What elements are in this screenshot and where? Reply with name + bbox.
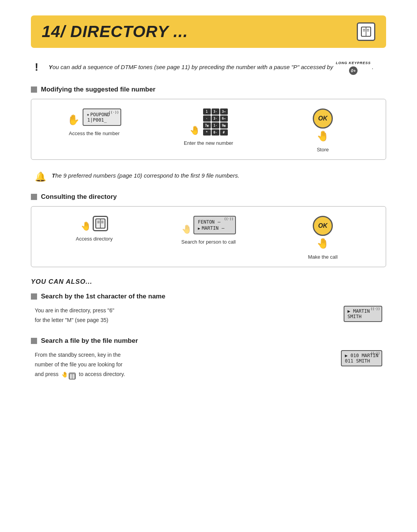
step-search-label: Search for person to call — [181, 239, 236, 245]
key-badge: 0+ — [349, 66, 358, 75]
keypress-label: LONG KEYPRESS — [336, 60, 371, 66]
section3-screen-row2: SMITH — [348, 314, 378, 319]
tri-icon: ▶ — [198, 226, 200, 230]
step2-illustration: 🤚 1 3· 3→ · 3· 6→ 7▣ — [190, 108, 228, 136]
section3-text-line2: for the letter "M" (see page 35) — [35, 317, 108, 323]
hand-icon-call: 🤚 — [317, 237, 329, 249]
ok-make-call-illustration: OK 🤚 — [313, 216, 333, 249]
key-4: · — [203, 115, 211, 122]
step3-label: Store — [317, 147, 329, 152]
step-search-person: 🤚 ((·)) FENTON — ▶ MARTIN — Search for p… — [178, 216, 239, 245]
fenton-name2: MARTIN — [202, 225, 219, 231]
section3-row2-text: SMITH — [348, 314, 361, 319]
step2-enter-number: 🤚 1 3· 3→ · 3· 6→ 7▣ — [178, 108, 239, 146]
press-key-inline: 🤚 — [61, 369, 76, 380]
key-9: 9▣ — [220, 122, 228, 129]
section2-box: 🤚 Access directory 🤚 — [31, 206, 386, 267]
section4-title-text: Search a file by the file number — [41, 337, 138, 345]
wifi-fenton: ((·)) — [224, 217, 233, 221]
section3-title: Search by the 1st character of the name — [31, 293, 386, 300]
fenton-screen: ((·)) FENTON — ▶ MARTIN — — [193, 216, 236, 234]
key-6: 6→ — [220, 115, 228, 122]
numkeys-row4: * 0· # — [203, 129, 228, 136]
step-access-dir: 🤚 Access directory — [63, 216, 125, 242]
hand-icon-search: 🤚 — [181, 224, 192, 234]
key-3: 3→ — [220, 108, 228, 115]
section4-text-line2: number of the file you are looking for — [35, 361, 122, 368]
bold-y: Y — [49, 64, 53, 70]
book-icon — [360, 26, 372, 37]
info-block: ! You can add a sequence of DTMF tones (… — [31, 60, 386, 75]
key-star: * — [203, 129, 211, 136]
book-icon-dir — [93, 216, 108, 231]
fenton-row2: ▶ MARTIN — — [198, 225, 231, 231]
ok-button-illustration: OK 🤚 — [313, 108, 333, 142]
section4-content: From the standby screen, key in the numb… — [31, 350, 386, 380]
step-access-dir-label: Access directory — [76, 236, 112, 242]
step-make-call: OK 🤚 Make the call — [292, 216, 354, 260]
section4-text-line3: and press — [35, 371, 58, 377]
section1-title-text: Modifying the suggested file number — [41, 86, 156, 93]
key-5: 3· — [212, 115, 219, 122]
section4-screen-row2: 011 SMITH — [345, 358, 378, 364]
section2-square-icon — [31, 194, 37, 200]
section3-row1-text: ▶ MARTIN — [348, 308, 370, 314]
section1-steps-row: 🤚 ((·)) ✦ POUPOND 1|P001_ Access the fil… — [39, 108, 378, 152]
book-icon-box — [357, 22, 375, 41]
section4-text-line4: to access directory. — [79, 371, 125, 377]
step3-store: OK 🤚 Store — [292, 108, 354, 152]
section4-title: Search a file by the file number — [31, 337, 386, 345]
wifi-icon: ((·)) — [108, 110, 119, 114]
note-text: The 9 preferred numbers (page 10) corres… — [52, 171, 239, 181]
section2-steps-row: 🤚 Access directory 🤚 — [39, 216, 378, 260]
step1-illustration: 🤚 ((·)) ✦ POUPOND 1|P001_ — [67, 108, 121, 126]
fenton-name1: FENTON — [198, 219, 215, 225]
you-can-also-heading: YOU CAN ALSO... — [31, 278, 386, 286]
search-person-illustration: 🤚 ((·)) FENTON — ▶ MARTIN — — [181, 216, 236, 234]
section3-square-icon — [31, 293, 37, 300]
screen-line2: 1|P001_ — [86, 117, 117, 123]
page-title: 14/ DIRECTORY ... — [42, 22, 188, 41]
key-7: 7▣ — [203, 122, 211, 129]
section3-text-line1: You are in the directory, press "6" — [35, 307, 114, 313]
section3-title-text: Search by the 1st character of the name — [41, 293, 165, 300]
section4-screen: ((·)) ▶ 010 MARTIN 011 SMITH — [341, 350, 382, 366]
wifi-section4: ((·)) — [371, 352, 380, 355]
section4-row2-text: 011 SMITH — [345, 358, 370, 364]
hand-icon-step1: 🤚 — [67, 114, 80, 126]
note-bold: T — [52, 172, 55, 179]
step-make-call-label: Make the call — [308, 254, 338, 260]
ok-circle-call: OK — [313, 216, 333, 236]
numkeys-row3: 7▣ 1· 9▣ — [203, 122, 228, 129]
note-icon: 🔔 — [35, 171, 46, 182]
section2-title-text: Consulting the directory — [41, 193, 117, 201]
wifi-section3: ((·)) — [371, 307, 380, 311]
note-block: 🔔 The 9 preferred numbers (page 10) corr… — [31, 171, 386, 182]
section3-screen: ((·)) ▶ MARTIN SMITH — [344, 306, 382, 322]
section4-text: From the standby screen, key in the numb… — [35, 350, 333, 380]
section3: Search by the 1st character of the name … — [31, 293, 386, 325]
step2-label: Enter the new number — [184, 140, 233, 146]
keypad-grid: 1 3· 3→ · 3· 6→ 7▣ 1· 9▣ — [203, 108, 228, 136]
numkeys-row2: · 3· 6→ — [203, 115, 228, 122]
section2-title: Consulting the directory — [31, 193, 386, 201]
info-text: You can add a sequence of DTMF tones (se… — [49, 60, 374, 75]
info-note-text: ou can add a sequence of DTMF tones (see… — [53, 64, 333, 70]
hand-icon-step3: 🤚 — [317, 130, 329, 142]
section1-title: Modifying the suggested file number — [31, 86, 386, 93]
exclaim-icon: ! — [35, 61, 43, 73]
ok-circle: OK — [313, 108, 333, 129]
page-header: 14/ DIRECTORY ... — [31, 15, 386, 48]
key-8: 1· — [212, 122, 219, 129]
key-2: 3· — [212, 108, 219, 115]
hand-icon-step2: 🤚 — [190, 125, 200, 136]
section4-square-icon — [31, 338, 37, 344]
book-svg-inline — [69, 373, 75, 380]
step2-keypad-wrap: 🤚 1 3· 3→ · 3· 6→ 7▣ — [190, 108, 228, 136]
page-title-text: DIRECTORY ... — [70, 22, 188, 41]
press-key-wrap: 🤚 — [61, 370, 76, 380]
section4-text-line1: From the standby screen, key in the — [35, 352, 121, 358]
key-0: 0· — [212, 129, 219, 136]
note-text-content: he 9 preferred numbers (page 10) corresp… — [55, 172, 239, 179]
screen-line1: POUPOND — [90, 112, 110, 117]
